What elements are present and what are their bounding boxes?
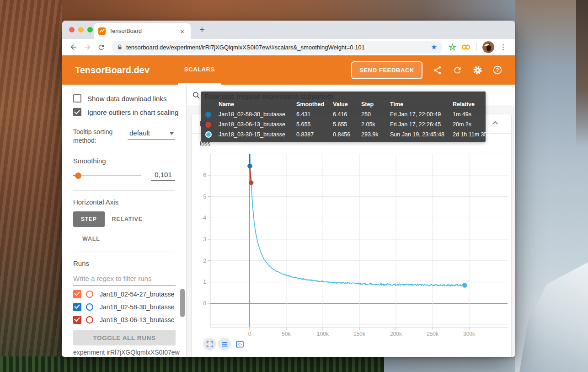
tensorboard-appbar: TensorBoard.dev SCALARS SEND FEEDBACK ? (62, 55, 515, 85)
x-tick-label: 100k (317, 331, 329, 337)
forward-icon[interactable] (81, 41, 93, 53)
series-end-dot (249, 180, 253, 185)
wallpaper-cliff-left (0, 0, 62, 372)
tooltip-sorting-select[interactable]: default (128, 128, 175, 140)
runs-table-icon[interactable] (218, 338, 231, 350)
refresh-icon[interactable] (452, 65, 463, 75)
fullscreen-window-button[interactable] (87, 27, 93, 32)
axis-relative-button[interactable]: RELATIVE (112, 216, 143, 222)
smoothing-label: Smoothing (73, 157, 186, 165)
tab-close-icon[interactable]: × (178, 27, 186, 36)
colab-extension-icon[interactable] (460, 41, 472, 53)
tooltip-run-row: Jan18_03-06-13_brutasse5.6555.6552.05kFr… (201, 119, 486, 129)
option-checkbox-row[interactable]: Ignore outliers in chart scaling (73, 107, 186, 118)
tensorboard-favicon-icon (98, 27, 106, 35)
collapse-chevron-icon[interactable] (490, 118, 500, 130)
runs-filter-input[interactable] (73, 274, 176, 286)
series-end-dot (462, 283, 467, 287)
run-radio[interactable] (86, 316, 93, 323)
tooltip-cell: Fri Jan 17, 22:26:45 (390, 121, 453, 128)
fit-domain-icon[interactable] (233, 338, 246, 350)
new-tab-button[interactable]: + (196, 25, 208, 35)
tooltip-cell: Jan18_03-06-13_brutasse (219, 121, 296, 128)
checkbox-label: Ignore outliers in chart scaling (87, 108, 178, 116)
toggle-all-runs-button[interactable]: TOGGLE ALL RUNS (73, 330, 176, 345)
tooltip-header-cell: Smoothed (296, 101, 333, 108)
runs-label: Runs (73, 259, 186, 267)
minimize-window-button[interactable] (78, 27, 84, 32)
wallpaper-cliff (576, 0, 588, 146)
extension-star-icon[interactable] (446, 41, 458, 53)
back-icon[interactable] (68, 41, 80, 53)
smoothing-value[interactable]: 0,101 (151, 171, 175, 181)
series-end-dot (247, 164, 252, 168)
tooltip-header-cell: Relative (453, 101, 486, 108)
run-row[interactable]: Jan18_02-58-30_brutasse (73, 301, 187, 313)
runs-scrollbar[interactable] (180, 289, 185, 317)
run-checkbox[interactable] (73, 303, 81, 311)
share-icon[interactable] (432, 65, 443, 75)
settings-sidebar: Show data download linksIgnore outliers … (62, 85, 187, 357)
axis-step-button[interactable]: STEP (73, 211, 105, 227)
run-checkbox[interactable] (73, 316, 81, 324)
settings-gear-icon[interactable] (472, 65, 483, 75)
y-tick-label: 1 (203, 279, 206, 285)
loss-line-chart[interactable]: 050k100k150k200k250k300k0123456 (192, 134, 511, 340)
browser-tab[interactable]: TensorBoard × (94, 23, 191, 39)
tooltip-cell: 2d 1h 11m 35s (453, 131, 490, 138)
tooltip-cell: 2.05k (361, 121, 390, 128)
tooltip-sorting-label: Tooltip sorting method: (73, 128, 127, 145)
runs-list: Jan18_02-54-27_brutasseJan18_02-58-30_br… (73, 288, 187, 334)
run-radio[interactable] (86, 291, 93, 298)
run-name: Jan18_02-58-30_brutasse (100, 303, 174, 311)
run-row[interactable]: Jan18_02-54-27_brutasse (73, 288, 187, 301)
tooltip-run-row: Jan18_03-30-15_brutasse0.83870.8456293.9… (201, 129, 486, 140)
divider (73, 252, 175, 252)
url-text: tensorboard.dev/experiment/irRl7jXGQlqml… (126, 44, 428, 51)
browser-window: TensorBoard × + tensorboard.dev/experime… (62, 21, 515, 357)
profile-avatar[interactable] (482, 41, 494, 53)
run-name: Jan18_03-06-13_brutasse (100, 316, 174, 323)
bookmark-star-icon[interactable]: ★ (431, 43, 437, 51)
tooltip-sorting-value: default (129, 129, 150, 137)
wallpaper-rock-top (0, 0, 588, 21)
expand-chart-icon[interactable] (203, 338, 216, 350)
send-feedback-button[interactable]: SEND FEEDBACK (351, 61, 422, 79)
tab-title: TensorBoard (109, 28, 178, 34)
y-tick-label: 2 (203, 258, 206, 264)
chrome-menu-icon[interactable]: ⋮ (496, 43, 510, 51)
checkbox-icon[interactable] (73, 108, 81, 116)
smoothing-slider-row: 0,101 (73, 170, 186, 181)
smoothing-slider[interactable] (73, 173, 141, 179)
checkbox-label: Show data download links (87, 95, 166, 102)
help-icon[interactable]: ? (492, 65, 503, 75)
tooltip-run-row: Jan18_02-58-30_brutasse6.4316.416250Fri … (201, 109, 486, 119)
wallpaper-forest (0, 356, 384, 372)
address-bar[interactable]: tensorboard.dev/experiment/irRl7jXGQlqml… (112, 41, 443, 54)
tab-scalars[interactable]: SCALARS (178, 55, 221, 85)
tooltip-cell: 293.9k (361, 131, 390, 138)
divider (476, 43, 477, 51)
slider-thumb[interactable] (75, 173, 81, 179)
checkbox-group: Show data download linksIgnore outliers … (73, 93, 186, 118)
run-radio[interactable] (86, 303, 93, 311)
reload-icon[interactable] (95, 41, 107, 53)
brand-title: TensorBoard.dev (75, 65, 150, 75)
run-row[interactable]: Jan18_03-06-13_brutasse (73, 313, 187, 326)
tooltip-cell: 0.8456 (333, 131, 361, 138)
close-window-button[interactable] (69, 27, 75, 32)
loss-chart: loss 050k100k150k200k250k300k0123456 (192, 134, 511, 356)
chevron-down-icon (169, 129, 174, 137)
tooltip-cell: 1m 49s (453, 111, 486, 118)
y-tick-label: 3 (203, 236, 206, 243)
checkbox-icon[interactable] (73, 94, 81, 102)
x-tick-label: 200k (390, 331, 402, 337)
y-tick-label: 4 (203, 215, 206, 221)
axis-wall-button[interactable]: WALL (82, 236, 100, 242)
tooltip-cell: Sun Jan 19, 23:45:48 (390, 131, 453, 138)
option-checkbox-row[interactable]: Show data download links (73, 93, 186, 104)
run-name: Jan18_02-54-27_brutasse (100, 291, 174, 298)
x-tick-label: 250k (427, 331, 439, 337)
tooltip-cell: 20m 2s (453, 121, 486, 128)
run-checkbox[interactable] (73, 290, 81, 298)
